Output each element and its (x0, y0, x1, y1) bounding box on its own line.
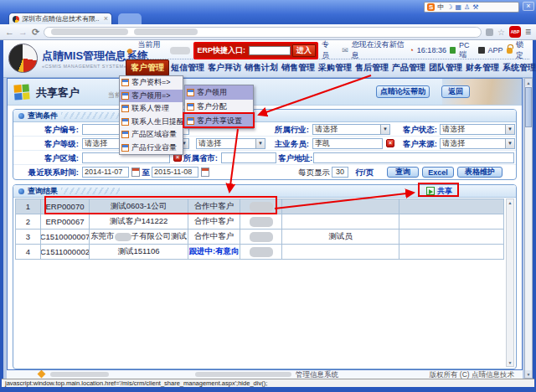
section-bullet-icon (18, 113, 24, 119)
lang-mode-icon[interactable]: 中 (437, 3, 444, 12)
calendar-icon[interactable] (131, 168, 140, 177)
form-icon (121, 105, 129, 112)
chevron-down-icon[interactable]: ▼ (505, 125, 514, 134)
cell-status: 合作中客户 (188, 214, 240, 229)
redacted-username (170, 47, 189, 54)
table-scrollbar[interactable]: ▲ ▼ (506, 199, 514, 367)
dropdown-item-customer-data[interactable]: 客户资料=> (120, 76, 183, 90)
menu-item-sales-plan[interactable]: 销售计划 (243, 60, 280, 75)
menu-item-system[interactable]: 系统管理 (501, 60, 536, 75)
submenu-item-customer-claim[interactable]: 客户领用 (185, 85, 253, 100)
cell-name: 测试151106 (90, 245, 188, 259)
menu-item-sms[interactable]: 短信管理 (169, 60, 206, 75)
reload-icon[interactable]: ⟳ (32, 28, 39, 37)
address-input[interactable] (313, 152, 514, 163)
query-row-4: 最近联系时间: 2014-11-07 至 2015-11-08 每页显示 30 … (13, 165, 516, 179)
pc-client-label[interactable]: PC端 (459, 41, 475, 60)
app-label[interactable]: APP (488, 46, 503, 54)
forum-help-button[interactable]: 点睛论坛帮助 (376, 85, 430, 98)
moon-icon[interactable]: ☽ (446, 3, 452, 11)
sogou-icon[interactable]: S (427, 3, 435, 11)
erp-quick-entry: ERP快捷入口: 进入 (193, 42, 319, 59)
date-from-input[interactable]: 2014-11-07 (82, 167, 129, 178)
scroll-up-icon[interactable]: ▲ (508, 200, 513, 205)
lock-label[interactable]: 锁定 (516, 39, 529, 61)
table-row[interactable]: 1 ERP00070 测试0603-1公司 合作中客户 (16, 199, 504, 214)
bookmark-star-icon[interactable]: ☆ (497, 28, 505, 37)
hatch-decoration (61, 188, 120, 194)
tab-title: 深圳市点睛信息技术有限.. (22, 14, 101, 23)
chevron-down-icon[interactable]: ▼ (380, 125, 389, 134)
cell-code: C1510000007 (41, 230, 90, 244)
cell-extra (399, 245, 504, 259)
menu-item-aftersale[interactable]: 售后管理 (353, 60, 390, 75)
erp-enter-button[interactable]: 进入 (292, 44, 316, 57)
table-row[interactable]: 3 C1510000007 东莞市 子有限公司测试 合作中客户 测试员 (16, 230, 504, 245)
scrollbar-thumb[interactable] (525, 87, 532, 127)
dropdown-item-industry-capacity[interactable]: 产品行业容量 (120, 142, 183, 155)
table-maintain-button[interactable]: 表格维护 (457, 167, 502, 178)
browser-menu-icon[interactable]: ≡ (525, 26, 531, 38)
menu-item-finance[interactable]: 财务管理 (464, 60, 501, 75)
menu-item-product[interactable]: 产品管理 (390, 60, 427, 75)
scroll-up-icon[interactable]: ▲ (525, 79, 532, 86)
dropdown-item-region-capacity[interactable]: 产品区域容量 (120, 128, 183, 142)
form-icon (121, 92, 129, 100)
browser-scrollbar[interactable]: ▲ ▼ (524, 78, 533, 379)
menu-item-team[interactable]: 团队管理 (427, 60, 464, 75)
adblock-icon[interactable]: ABP (509, 26, 521, 38)
redacted-blob (250, 232, 273, 242)
scroll-down-icon[interactable]: ▼ (508, 360, 513, 365)
calendar-icon[interactable] (201, 168, 209, 177)
share-button[interactable]: 共享 (426, 186, 452, 197)
table-row[interactable]: 4 C1511000002 测试151106 跟进中:有意向 (16, 245, 504, 260)
chevron-down-icon[interactable]: ▼ (505, 139, 514, 148)
customer-status-select[interactable]: 请选择 ▼ (440, 124, 515, 135)
submenu-item-customer-share-setting[interactable]: 客户共享设置 (185, 114, 253, 128)
menu-item-customer[interactable]: 客户管理 (126, 59, 169, 76)
query-conditions-title: 查询条件 (28, 111, 58, 121)
input-method-bar[interactable]: S 中 ☽ ▦ ♙ ⚒ (424, 2, 519, 13)
hidden-label-select[interactable]: 请选择 ▼ (196, 138, 265, 149)
date-to-input[interactable]: 2015-11-08 (152, 167, 198, 178)
footer-system-name: 管理信息系统 (296, 370, 338, 379)
window-close-button[interactable]: × (523, 2, 534, 11)
submenu-item-customer-assign[interactable]: 客户分配 (185, 100, 253, 114)
forward-icon[interactable]: → (18, 28, 28, 37)
cell-staff (282, 214, 399, 229)
tab-close-icon[interactable]: × (104, 15, 108, 23)
menu-item-visit[interactable]: 客户拜访 (206, 60, 243, 75)
per-page-input[interactable]: 30 (332, 167, 348, 178)
address-bar[interactable] (44, 27, 482, 38)
cell-extra (399, 214, 504, 229)
table-row[interactable]: 2 ERP00067 测试客户141222 合作中客户 (16, 214, 504, 230)
new-tab-stub[interactable] (118, 13, 142, 24)
dropdown-item-contact-management[interactable]: 联系人管理 (120, 102, 183, 116)
customer-source-select[interactable]: 请选择 ▼ (440, 138, 515, 149)
section-bullet-icon (18, 188, 24, 194)
back-button[interactable]: 返回 (441, 85, 470, 98)
keyboard-icon[interactable]: ▦ (456, 3, 462, 11)
province-input[interactable] (221, 152, 276, 163)
tools-icon[interactable]: ⚒ (472, 3, 478, 11)
erp-entry-input[interactable] (249, 46, 291, 55)
cell-status: 合作中客户 (188, 199, 240, 214)
excel-button[interactable]: Excel (422, 167, 454, 178)
customer-level-label: 客户等级: (18, 139, 79, 150)
browser-tab[interactable]: 深圳市点睛信息技术有限.. × (8, 13, 112, 24)
extension-icon[interactable] (486, 28, 493, 36)
search-button[interactable]: 查询 (387, 167, 419, 178)
salesman-input[interactable]: 李凯 (312, 138, 383, 149)
dropdown-item-customer-claim[interactable]: 客户领用=> (120, 90, 183, 103)
no-message-text[interactable]: 您现在没有新信息 (352, 39, 406, 61)
query-row-3: 客户区域: × 所属省市: 客户地址: (13, 151, 516, 165)
cell-name: 东莞市 子有限公司测试 (90, 230, 188, 244)
scroll-down-icon[interactable]: ▼ (525, 370, 532, 378)
back-icon[interactable]: ← (5, 28, 14, 37)
menu-item-sales[interactable]: 销售管理 (280, 60, 317, 75)
dropdown-item-birthday-reminder[interactable]: 联系人生日提醒 (120, 116, 183, 129)
menu-item-purchase[interactable]: 采购管理 (317, 60, 353, 75)
customer-status-label: 客户状态: (390, 125, 437, 136)
person-mode-icon[interactable]: ♙ (464, 3, 470, 11)
industry-select[interactable]: 请选择 ▼ (312, 124, 390, 135)
